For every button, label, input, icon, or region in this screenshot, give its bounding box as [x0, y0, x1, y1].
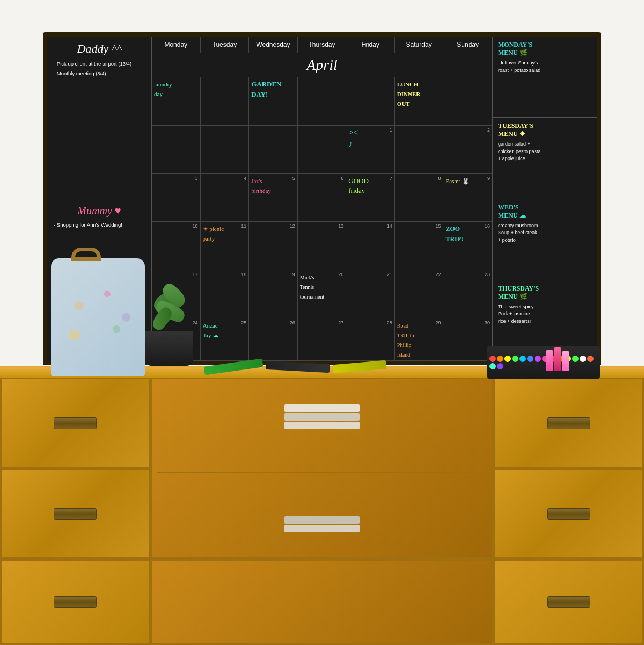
shelf-book	[284, 422, 360, 429]
shelf-book	[284, 413, 360, 421]
marker-dot-purple	[535, 356, 541, 362]
cal-cell-r3c5: 7 GOODfriday	[346, 174, 395, 222]
bag-pattern	[51, 258, 145, 376]
cell-num: 10	[193, 223, 198, 229]
drawer-handle	[54, 508, 97, 520]
cell-num: 11	[241, 223, 246, 229]
weds-menu-title: WED'SMENU ☁	[498, 204, 591, 220]
drawer-handle	[54, 417, 97, 429]
drawer-right-mid[interactable]	[494, 468, 644, 559]
cell-content: LUNCHDINNEROUT	[397, 81, 420, 107]
center-shelf	[150, 378, 494, 559]
cell-content: ZOOTRIP!	[445, 225, 463, 243]
cal-cell-r1c2	[201, 77, 250, 126]
day-monday: Monday	[152, 37, 201, 53]
drawer-handle	[547, 596, 590, 608]
calendar-header: Monday Tuesday Wednesday Thursday Friday…	[152, 37, 492, 53]
cell-content: laundryday	[154, 81, 172, 97]
drawer-left-bottom[interactable]	[0, 559, 150, 645]
mummy-item-1: - Shopping for Ann's Wedding!	[54, 221, 145, 228]
cell-num: 20	[338, 272, 343, 277]
cell-num: 13	[338, 223, 343, 229]
day-saturday: Saturday	[395, 37, 444, 53]
marker-dot-blue	[527, 356, 533, 362]
cell-num: 12	[290, 223, 295, 229]
plant-leaves	[148, 282, 191, 336]
cell-num: 2	[487, 127, 490, 133]
cell-num: 6	[341, 176, 343, 181]
weds-menu-item-2: Soup + beef steak	[498, 229, 591, 237]
standing-markers	[546, 347, 569, 371]
cell-content: Mick'sTennistournament	[300, 274, 325, 300]
cal-cell-r2c7: 2	[443, 126, 492, 174]
cal-cell-r4c2: 11 ☀ picnicparty	[201, 222, 250, 270]
cell-num: 30	[485, 320, 490, 325]
cell-num: 23	[485, 272, 490, 277]
drawer-left-mid[interactable]	[0, 468, 150, 559]
day-thursday: Thursday	[298, 37, 347, 53]
calendar-grid: laundryday GARDENDAY! LUNCHDINNEROUT	[152, 77, 492, 361]
cell-content: ☀ picnicparty	[203, 226, 224, 242]
cell-num: 21	[387, 272, 392, 277]
cell-num: 22	[435, 272, 441, 277]
marker-dot-coral	[587, 356, 594, 362]
cell-num: 29	[435, 320, 441, 325]
drawer-left-top[interactable]	[0, 378, 150, 468]
tuesdays-menu-section: TUESDAY'SMENU ☀ garden salad + chicken p…	[493, 118, 597, 199]
thursdays-menu-title: THURSDAY'SMENU 🌿	[498, 285, 591, 301]
cell-content: GOODfriday	[348, 177, 369, 195]
decorative-bag	[51, 258, 145, 376]
daddy-section: Daddy ^^ - Pick up client at the airport…	[47, 37, 151, 199]
tuesdays-menu-title: TUESDAY'SMENU ☀	[498, 122, 591, 138]
marker-tray	[487, 346, 600, 379]
cell-content: RoadTRIP toPhillipIsland	[397, 323, 414, 358]
cell-content: GARDENDAY!	[251, 80, 281, 98]
weds-menu-item-1: creamy mushroom	[498, 222, 591, 230]
chalk-marker-black	[266, 361, 331, 373]
shelf-book	[284, 404, 360, 412]
mondays-menu-item-2: roast + potato salad	[498, 67, 591, 75]
shelf-book	[284, 516, 360, 524]
cell-num: 5	[292, 176, 295, 181]
cal-cell-r6c6: 29 RoadTRIP toPhillipIsland	[395, 318, 444, 361]
cal-cell-r1c7	[443, 77, 492, 126]
drawer-right-top[interactable]	[494, 378, 644, 468]
mummy-title: Mummy ♥	[54, 205, 145, 217]
marker-dot-green	[512, 356, 518, 362]
cal-cell-r1c6: LUNCHDINNEROUT	[395, 77, 444, 126]
cal-cell-r5c6: 22	[395, 270, 444, 318]
cell-num: 1	[390, 127, 392, 133]
shelf-books-bottom	[284, 516, 360, 532]
cal-cell-r5c7: 23	[443, 270, 492, 318]
tuesdays-menu-item-2: chicken pesto pasta	[498, 148, 591, 156]
cal-cell-r5c3: 19	[249, 270, 298, 318]
cal-cell-r6c3: 26	[249, 318, 298, 361]
drawer-right-bottom[interactable]	[494, 559, 644, 645]
cal-cell-r2c4	[298, 126, 347, 174]
cal-cell-r4c3: 12	[249, 222, 298, 270]
cal-cell-r4c6: 15	[395, 222, 444, 270]
thursdays-menu-item-3: rice + desserts!	[498, 318, 591, 325]
month-title-row: April	[152, 53, 492, 77]
cal-cell-r3c4: 6	[298, 174, 347, 222]
weds-menu-section: WED'SMENU ☁ creamy mushroom Soup + beef …	[493, 199, 597, 280]
mondays-menu-section: MONDAY'SMENU 🌿 - leftover Sunday's roast…	[493, 37, 597, 118]
cal-cell-r3c6: 8	[395, 174, 444, 222]
cal-cell-r3c1: 3	[152, 174, 201, 222]
cal-cell-r5c4: 20 Mick'sTennistournament	[298, 270, 347, 318]
cal-cell-r4c5: 14	[346, 222, 395, 270]
month-title: April	[306, 56, 338, 73]
bag-handle	[71, 248, 101, 261]
drawer-handle	[547, 508, 590, 520]
marker-dot-yellow	[504, 356, 511, 362]
cal-cell-r3c2: 4	[201, 174, 250, 222]
cell-num: 18	[241, 272, 246, 277]
chalk-markers-group	[204, 363, 386, 371]
cal-cell-r3c3: 5 Jaz'sbirthday	[249, 174, 298, 222]
cell-num: 27	[338, 320, 343, 325]
day-friday: Friday	[346, 37, 395, 53]
cell-num: 19	[290, 272, 295, 277]
mondays-menu-title: MONDAY'SMENU 🌿	[498, 41, 591, 57]
cell-content: Anzacday ☁	[203, 322, 219, 338]
cell-num: 9	[487, 176, 490, 181]
